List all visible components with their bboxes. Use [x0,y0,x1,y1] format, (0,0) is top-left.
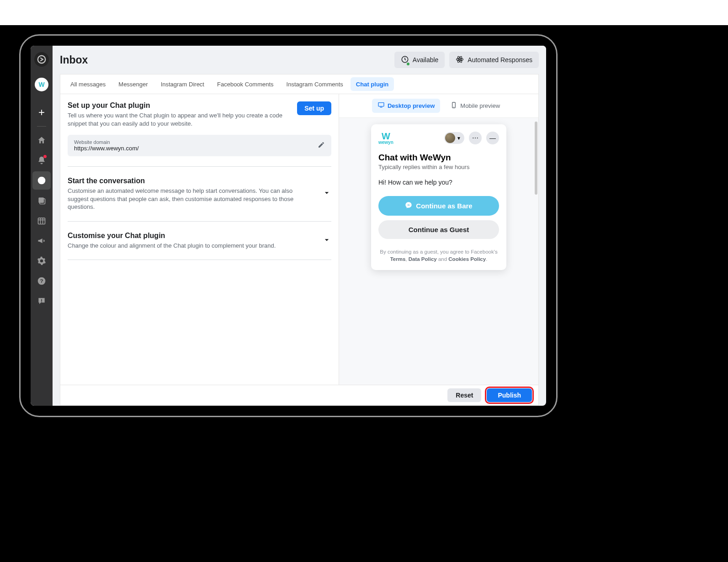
preview-tabs: Desktop preview Mobile preview [339,94,538,118]
tab-chat-plugin[interactable]: Chat plugin [351,77,394,91]
scrollbar[interactable] [535,122,537,195]
minimize-icon[interactable]: — [486,132,499,144]
tab-instagram-comments[interactable]: Instagram Comments [281,77,349,91]
continue-as-user-button[interactable]: Continue as Bare [378,196,499,216]
start-title: Start the conversation [68,177,314,185]
calendar-icon[interactable] [32,212,51,230]
chat-greeting: Hi! How can we help you? [378,179,499,186]
edit-icon[interactable] [318,141,325,150]
page-title: Inbox [60,54,88,66]
cookies-policy-link[interactable]: Cookies Policy [448,256,486,262]
mobile-preview-tab[interactable]: Mobile preview [445,99,505,113]
settings-icon[interactable] [32,252,51,270]
reset-button[interactable]: Reset [447,388,481,402]
customise-desc: Change the colour and alignment of the C… [68,242,276,250]
automated-responses-button[interactable]: Automated Responses [449,52,539,68]
mobile-preview-label: Mobile preview [460,102,500,109]
svg-point-16 [459,58,460,59]
svg-point-0 [38,56,46,64]
header-actions: Available Automated Responses [394,52,539,68]
legal-text: By continuing as a guest, you agree to F… [378,248,499,263]
posts-icon[interactable] [32,191,51,210]
more-icon[interactable]: ⋯ [469,132,482,144]
atom-icon [456,55,464,65]
svg-rect-17 [378,103,384,106]
home-icon[interactable] [32,131,51,149]
availability-label: Available [413,56,439,64]
automated-label: Automated Responses [468,56,532,64]
chevron-down-icon [322,188,331,199]
desktop-preview-label: Desktop preview [388,102,435,109]
desktop-preview-tab[interactable]: Desktop preview [372,99,440,113]
content-body: Set up your Chat plugin Tell us where yo… [60,94,539,385]
chat-preview-header: W wewyn ▼ ⋯ — [378,132,499,144]
desktop-icon [377,101,385,110]
mobile-icon [450,101,457,110]
notifications-icon[interactable] [32,151,51,170]
svg-point-20 [454,106,454,107]
chat-title: Chat with WeWyn [378,153,499,163]
setup-button[interactable]: Set up [297,101,331,115]
tab-instagram-direct[interactable]: Instagram Direct [155,77,210,91]
start-conversation-accordion[interactable]: Start the conversation Customise an auto… [68,177,331,211]
svg-point-1 [38,177,46,185]
user-avatar-dropdown[interactable]: ▼ [444,132,464,144]
svg-rect-4 [38,218,45,224]
setup-desc: Tell us where you want the Chat plugin t… [68,111,288,127]
device-frame: W + [19,34,558,417]
domain-label: Website domain [74,139,139,145]
footer-actions: Reset Publish [60,385,539,406]
chevron-down-icon [322,235,331,246]
sidebar-divider [37,126,46,127]
continue-as-guest-button[interactable]: Continue as Guest [378,220,499,239]
status-online-dot [406,62,410,66]
app-screen: W + [31,46,546,406]
divider [68,166,331,167]
data-policy-link[interactable]: Data Policy [409,256,437,262]
clock-icon [401,55,409,65]
avatar [445,133,455,143]
domain-value: https://www.wewyn.com/ [74,145,139,152]
divider [68,221,331,222]
tab-all-messages[interactable]: All messages [65,77,111,91]
feedback-icon[interactable] [32,292,51,310]
inbox-icon[interactable] [32,171,51,190]
inbox-tabs: All messages Messenger Instagram Direct … [60,74,539,94]
svg-rect-18 [380,107,382,107]
publish-button[interactable]: Publish [487,388,532,402]
start-desc: Customise an automated welcome message t… [68,187,314,211]
setup-section: Set up your Chat plugin Tell us where yo… [68,101,331,127]
chat-preview-card: W wewyn ▼ ⋯ — [371,124,506,270]
app-suite-logo-icon[interactable] [34,52,49,67]
help-icon[interactable]: ? [32,272,51,290]
chat-subtitle: Typically replies within a few hours [378,164,499,170]
notification-dot [43,155,47,158]
megaphone-icon[interactable] [32,232,51,250]
sidebar: W + [31,46,53,406]
tab-facebook-comments[interactable]: Facebook Comments [212,77,279,91]
add-icon[interactable]: + [32,103,51,122]
tab-messenger[interactable]: Messenger [113,77,153,91]
brand-avatar[interactable]: W [35,78,48,91]
svg-rect-10 [41,299,42,301]
preview-column: Desktop preview Mobile preview W wewyn [339,94,538,385]
caret-down-icon: ▼ [455,136,462,141]
availability-button[interactable]: Available [394,52,445,68]
messenger-icon [405,201,412,210]
divider [68,260,331,260]
svg-text:?: ? [40,278,43,284]
left-column: Set up your Chat plugin Tell us where yo… [60,94,339,385]
brand-logo: W wewyn [378,132,393,144]
page-header: Inbox Available Automated Responses [53,46,546,74]
main-area: Inbox Available Automated Responses [53,46,546,406]
customise-accordion[interactable]: Customise your Chat plugin Change the co… [68,232,331,250]
setup-title: Set up your Chat plugin [68,101,288,110]
terms-link[interactable]: Terms [390,256,406,262]
website-domain-field[interactable]: Website domain https://www.wewyn.com/ [68,135,331,156]
svg-rect-11 [41,302,42,302]
customise-title: Customise your Chat plugin [68,232,276,240]
